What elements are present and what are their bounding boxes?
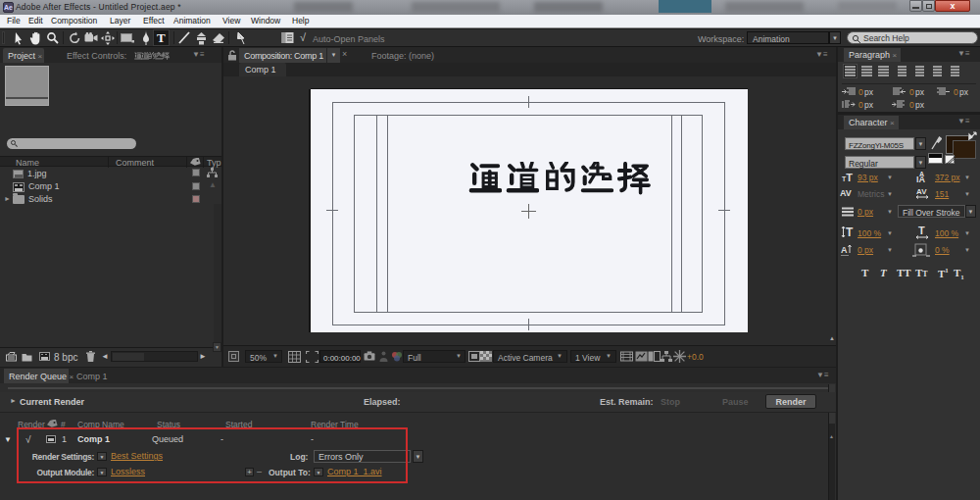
svg-text:T: T: [918, 225, 925, 236]
svg-text:A: A: [841, 245, 848, 255]
svg-text:AV: AV: [840, 188, 852, 198]
svg-text:T: T: [846, 225, 854, 239]
svg-text:AV: AV: [916, 187, 927, 196]
svg-text:IA: IA: [916, 175, 926, 183]
